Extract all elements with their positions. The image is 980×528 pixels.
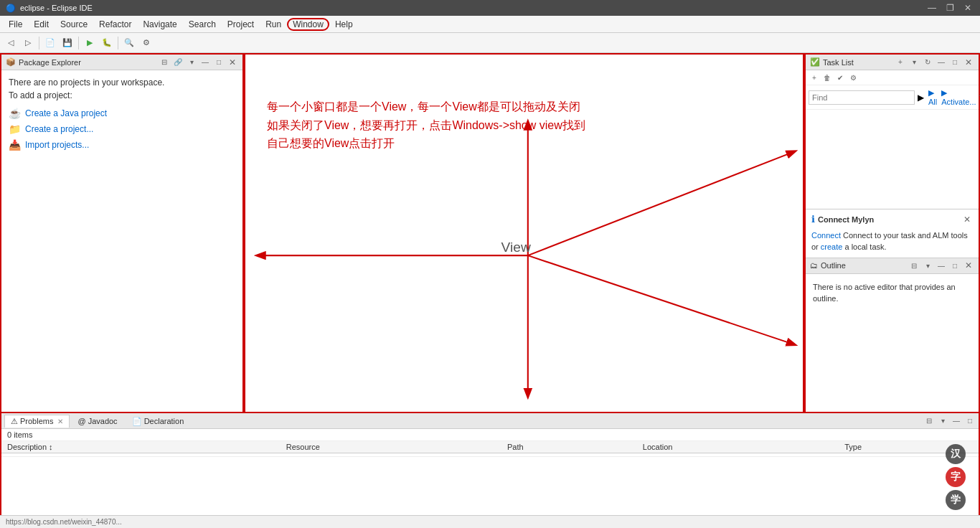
toolbar-settings[interactable]: ⚙ [138,35,154,51]
info-icon: ℹ [811,214,815,225]
link-with-editor-icon[interactable]: 🔗 [172,57,184,68]
task-settings-icon[interactable]: ⚙ [847,72,859,83]
task-list-panel: ✅ Task List + ▾ ↻ — □ ✕ + 🗑 ✔ ⚙ [806,55,979,209]
expand-icon: ▶ [918,93,924,103]
package-explorer-header: 📦 Package Explorer ⊟ 🔗 ▾ — □ ✕ [1,55,242,70]
tab-declaration[interactable]: 📄 Declaration [126,415,191,428]
outline-close-btn[interactable]: ✕ [963,260,974,271]
menu-source[interactable]: Source [55,18,93,31]
main-layout: 📦 Package Explorer ⊟ 🔗 ▾ — □ ✕ There are… [0,53,980,528]
status-bar: https://blog.csdn.net/weixin_44870... [0,515,980,528]
outline-collapse-btn[interactable]: ⊟ [908,260,920,271]
menu-refactor[interactable]: Refactor [93,18,137,31]
svg-text:View: View [501,240,532,255]
project-icon: 📁 [9,123,21,135]
create-java-project-link[interactable]: ☕ Create a Java project [9,108,235,119]
task-sync-btn[interactable]: ↻ [922,57,933,68]
svg-line-1 [528,151,796,255]
outline-panel: 🗂 Outline ⊟ ▾ — □ ✕ There is no active e… [806,258,979,412]
toolbar-search-btn[interactable]: 🔍 [121,35,137,51]
editor-area: 每一个小窗口都是一个View，每一个View都是可以拖动及关闭 如果关闭了Vie… [244,53,804,413]
annotation-overlay: 每一个小窗口都是一个View，每一个View都是可以拖动及关闭 如果关闭了Vie… [267,98,585,153]
outline-title: Outline [821,261,905,270]
package-explorer-title: Package Explorer [19,58,156,67]
task-list-icon: ✅ [810,57,820,67]
col-resource: Resource [281,441,501,453]
collapse-all-icon[interactable]: ⊟ [159,57,170,68]
toolbar-back[interactable]: ◁ [3,35,19,51]
task-filter-btn[interactable]: ▾ [908,57,920,68]
task-new-btn[interactable]: + [895,57,906,68]
task-add-icon[interactable]: + [809,72,820,83]
menu-project[interactable]: Project [222,18,260,31]
toolbar-save[interactable]: 💾 [60,35,75,51]
outline-minimize-btn[interactable]: — [936,260,947,271]
problems-icon: ⚠ [11,417,18,426]
menu-run[interactable]: Run [260,18,287,31]
mylyn-close-btn[interactable]: ✕ [961,214,973,225]
bottom-maximize-btn[interactable]: □ [964,415,976,427]
svg-line-2 [528,255,796,345]
watermark-circle-3: 学 [946,490,966,510]
maximize-panel-icon[interactable]: □ [213,57,225,68]
toolbar-new[interactable]: 📄 [42,35,58,51]
menu-bar: File Edit Source Refactor Navigate Searc… [0,16,980,33]
connect-mylyn-panel: ℹ Connect Mylyn ✕ Connect Connect to you… [806,209,979,258]
maximize-button[interactable]: ❐ [943,3,957,13]
watermark-circle-1: 汉 [946,444,966,464]
task-minimize-btn[interactable]: — [936,57,947,68]
import-projects-link[interactable]: 📥 Import projects... [9,139,235,151]
create-task-link[interactable]: create [821,242,843,251]
menu-edit[interactable]: Edit [28,18,55,31]
right-panels: ✅ Task List + ▾ ↻ — □ ✕ + 🗑 ✔ ⚙ [804,53,980,413]
table-row [1,453,979,457]
task-list-title: Task List [823,58,892,67]
view-menu-icon[interactable]: ▾ [186,57,197,68]
watermark-circle-2: 字 [946,467,966,487]
task-find-row: ▶ ▶ All ▶ Activate... ? [806,85,979,110]
task-activate-button[interactable]: ▶ Activate... [941,88,976,106]
col-location: Location [637,441,839,453]
title-bar: 🔵 eclipse - Eclipse IDE — ❐ ✕ [0,0,980,16]
toolbar-forward[interactable]: ▷ [20,35,36,51]
menu-navigate[interactable]: Navigate [137,18,182,31]
task-all-button[interactable]: ▶ All [927,88,938,106]
task-find-input[interactable] [809,90,915,105]
minimize-panel-icon[interactable]: — [199,57,211,68]
menu-search[interactable]: Search [183,18,222,31]
outline-maximize-btn[interactable]: □ [949,260,961,271]
bottom-minimize-btn[interactable]: — [951,415,962,427]
outline-menu-btn[interactable]: ▾ [922,260,933,271]
outline-icon: 🗂 [810,261,818,270]
eclipse-icon: 🔵 [6,4,16,13]
menu-file[interactable]: File [3,18,28,31]
task-close-btn[interactable]: ✕ [963,57,974,68]
javadoc-icon: @ [77,417,85,425]
java-project-icon: ☕ [9,108,21,119]
menu-help[interactable]: Help [329,18,359,31]
close-button[interactable]: ✕ [961,3,974,13]
package-explorer-icon: 📦 [6,57,16,67]
tab-problems[interactable]: ⚠ Problems ✕ [4,415,70,428]
problems-tab-close[interactable]: ✕ [57,418,63,425]
task-mark-icon[interactable]: ✔ [834,72,846,83]
minimize-button[interactable]: — [925,3,939,13]
menu-window[interactable]: Window [287,18,329,31]
close-panel-icon[interactable]: ✕ [227,57,238,68]
task-delete-icon[interactable]: 🗑 [821,72,833,83]
task-maximize-btn[interactable]: □ [949,57,961,68]
connect-link[interactable]: Connect [811,231,841,240]
toolbar-run[interactable]: ▶ [82,35,98,51]
toolbar-debug[interactable]: 🐛 [99,35,115,51]
filter-icon[interactable]: ⊟ [923,415,935,427]
outline-content: There is no active editor that provides … [806,274,979,312]
connect-mylyn-title: Connect Mylyn [818,215,958,224]
watermark-area: 汉 字 学 [946,444,966,510]
create-project-link[interactable]: 📁 Create a project... [9,123,235,135]
problems-table: Description ↕ Resource Path Location Typ… [1,441,979,527]
declaration-icon: 📄 [132,417,142,426]
no-projects-line1: There are no projects in your workspace. [9,77,235,88]
bottom-menu-btn[interactable]: ▾ [937,415,948,427]
tab-javadoc[interactable]: @ Javadoc [71,415,123,427]
outline-header: 🗂 Outline ⊟ ▾ — □ ✕ [806,258,979,274]
